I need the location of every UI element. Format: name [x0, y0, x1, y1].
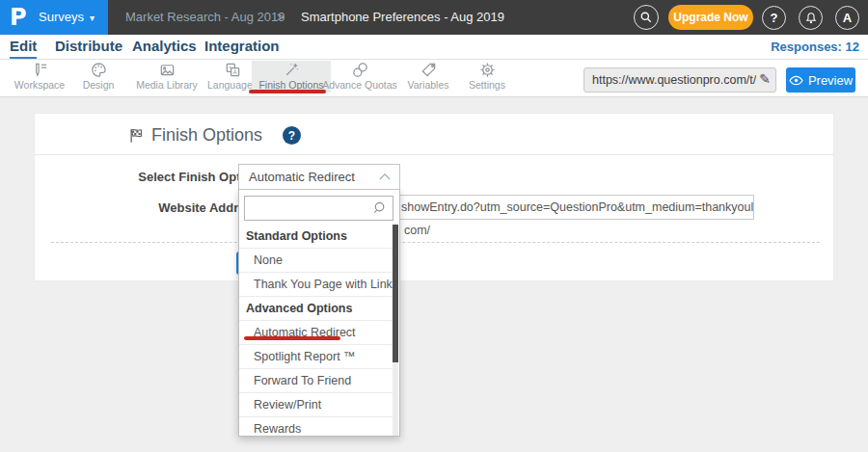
upgrade-now-button[interactable]: Upgrade Now [668, 5, 753, 30]
dropdown-options-list: Standard Options None Thank You Page wit… [239, 225, 393, 437]
panel-header: Finish Options ? [35, 114, 833, 155]
eye-icon [789, 75, 803, 86]
dropdown-search-box [244, 196, 393, 221]
responses-count[interactable]: Responses: 12 [771, 35, 859, 59]
finish-option-dropdown: Standard Options None Thank You Page wit… [238, 189, 400, 437]
survey-url-input[interactable] [584, 68, 756, 92]
workspace-pencil-list-icon [31, 61, 49, 78]
dropdown-option-spotlight-report[interactable]: Spotlight Report ™ [239, 345, 393, 369]
magic-wand-icon [283, 61, 301, 78]
toolbar-item-languages[interactable]: * A Languages [206, 61, 258, 93]
palette-icon [90, 61, 108, 78]
toolbar-item-label: Workspace [14, 79, 65, 91]
preview-button[interactable]: Preview [786, 67, 855, 93]
question-mark-icon: ? [771, 11, 778, 25]
toolbar-item-label: Advance Quotas [322, 79, 397, 91]
toolbar-item-label: Media Library [136, 79, 198, 91]
chain-links-icon [351, 61, 369, 78]
dropdown-option-automatic-redirect[interactable]: Automatic Redirect [239, 321, 393, 345]
tab-edit[interactable]: Edit [10, 36, 37, 59]
toolbar-item-label: Settings [469, 79, 505, 91]
dropdown-option-forward-to-friend[interactable]: Forward To Friend [239, 369, 393, 393]
toolbar-item-finish-options[interactable]: Finish Options [252, 61, 331, 93]
dropdown-scrollbar[interactable] [393, 225, 398, 436]
search-button[interactable] [634, 5, 659, 30]
preview-button-label: Preview [808, 73, 853, 88]
toolbar-item-design[interactable]: Design [71, 61, 125, 93]
avatar-initial: A [843, 11, 852, 25]
notifications-button[interactable] [799, 6, 823, 30]
surveys-menu-label: Surveys [39, 10, 84, 24]
section-divider [51, 242, 820, 243]
tag-icon [420, 61, 438, 78]
dropdown-group-header: Advanced Options [239, 297, 393, 321]
tab-bar: Edit Distribute Analytics Integration Re… [0, 35, 868, 60]
dropdown-option-rewards[interactable]: Rewards [239, 417, 393, 437]
toolbar-item-workspace[interactable]: Workspace [8, 61, 71, 93]
page-title: Finish Options [151, 125, 262, 146]
breadcrumb-parent[interactable]: Market Research - Aug 2019 [125, 0, 285, 35]
tab-integration[interactable]: Integration [204, 36, 280, 57]
toolbar-item-settings[interactable]: Settings [461, 61, 513, 93]
survey-url-box: ✎ [583, 67, 776, 93]
logo-block[interactable]: P Surveys▾ [0, 0, 108, 35]
gear-icon [478, 61, 497, 78]
search-icon [372, 200, 389, 217]
breadcrumb-separator: > [277, 0, 285, 35]
toolbar: Workspace Design Media Library * A [0, 60, 868, 97]
tab-analytics[interactable]: Analytics [132, 36, 197, 57]
search-icon [639, 11, 653, 24]
tab-distribute[interactable]: Distribute [55, 36, 122, 57]
dropdown-option-thank-you-page[interactable]: Thank You Page with Link [239, 273, 393, 297]
dropdown-search-input[interactable] [245, 197, 393, 220]
surveys-menu[interactable]: Surveys▾ [39, 0, 95, 36]
avatar[interactable]: A [835, 6, 859, 30]
help-button[interactable]: ? [762, 6, 786, 30]
top-bar: P Surveys▾ Market Research - Aug 2019 > … [0, 0, 868, 35]
questionpro-logo: P [10, 4, 27, 31]
red-underline-annotation [249, 90, 326, 93]
finish-flag-icon [128, 127, 146, 145]
dropdown-group-header: Standard Options [239, 225, 393, 249]
dropdown-option-review-print[interactable]: Review/Print [239, 393, 393, 417]
red-underline-annotation [244, 336, 340, 340]
selected-option: Automatic Redirect [249, 165, 355, 189]
bell-icon [804, 12, 818, 25]
toolbar-item-advance-quotas[interactable]: Advance Quotas [323, 61, 396, 93]
dropdown-option-none[interactable]: None [239, 249, 393, 273]
website-address-hint: com/ [404, 224, 430, 237]
toolbar-item-label: Design [83, 79, 115, 91]
finish-option-select[interactable]: Automatic Redirect [238, 164, 400, 190]
edit-pencil-icon[interactable]: ✎ [759, 71, 771, 87]
finish-options-panel: Finish Options ? Select Finish Option We… [34, 113, 834, 281]
help-icon[interactable]: ? [283, 126, 301, 145]
toolbar-item-label: Variables [408, 79, 449, 91]
chevron-down-icon: ▾ [90, 13, 95, 23]
toolbar-item-media-library[interactable]: Media Library [129, 61, 204, 93]
chevron-up-icon [378, 173, 392, 181]
breadcrumb-survey-title: Smartphone Preferences - Aug 2019 [301, 0, 504, 35]
image-icon [158, 61, 176, 78]
toolbar-item-variables[interactable]: Variables [402, 61, 454, 93]
scrollbar-thumb[interactable] [393, 225, 398, 362]
translate-icon: * A [224, 61, 242, 78]
